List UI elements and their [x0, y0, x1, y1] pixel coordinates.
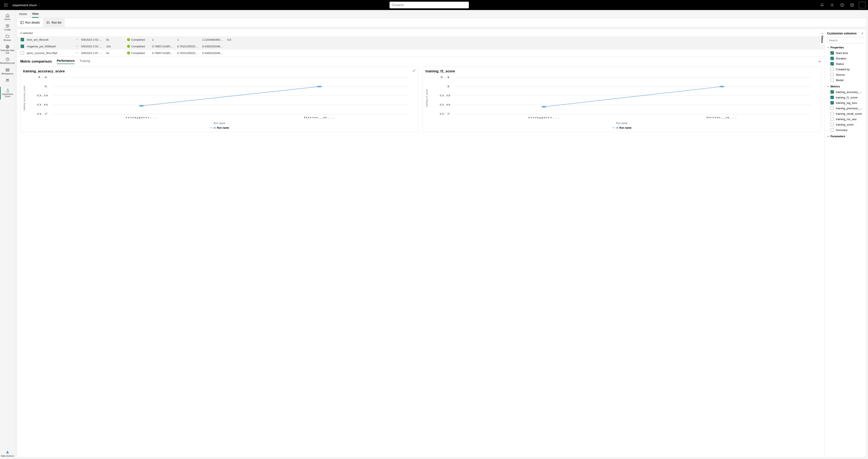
svg-point-13 — [842, 6, 842, 6]
svg-point-14 — [851, 4, 854, 7]
top-bar: experiment-churn — [0, 0, 868, 10]
global-search-input[interactable] — [395, 3, 467, 7]
svg-point-1 — [6, 4, 6, 4]
svg-point-3 — [4, 5, 5, 5]
experiment-title: experiment-churn — [12, 3, 40, 7]
settings-icon[interactable] — [829, 2, 835, 8]
svg-point-4 — [6, 5, 6, 5]
svg-point-6 — [4, 6, 5, 7]
svg-point-9 — [392, 4, 394, 6]
svg-point-5 — [7, 5, 7, 5]
user-avatar[interactable] — [859, 2, 866, 8]
svg-point-7 — [6, 6, 6, 7]
app-launcher-icon[interactable] — [2, 2, 9, 8]
svg-line-10 — [394, 5, 394, 6]
svg-point-8 — [7, 6, 7, 7]
help-icon[interactable] — [839, 2, 845, 8]
search-icon — [392, 4, 395, 6]
svg-point-11 — [832, 5, 833, 6]
svg-point-2 — [7, 4, 7, 4]
svg-point-0 — [4, 4, 5, 4]
global-search[interactable] — [390, 2, 469, 8]
svg-point-16 — [852, 5, 853, 5]
feedback-icon[interactable] — [849, 2, 856, 8]
notifications-icon[interactable] — [819, 2, 826, 8]
svg-point-15 — [851, 5, 852, 5]
